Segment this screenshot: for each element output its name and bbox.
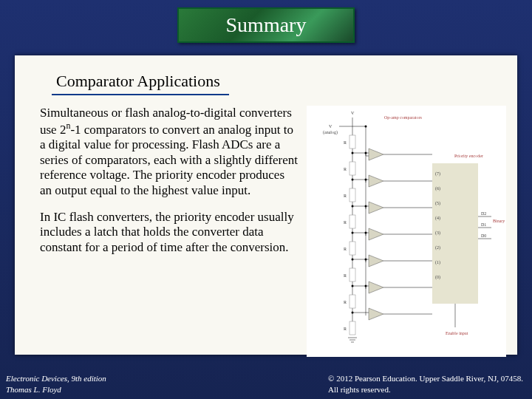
- svg-text:(3): (3): [435, 231, 440, 236]
- body-row: Simultaneous or flash analog-to-digital …: [30, 106, 510, 357]
- svg-text:(0): (0): [435, 275, 440, 280]
- title-text: Summary: [226, 13, 307, 37]
- svg-text:D1: D1: [481, 222, 486, 227]
- section-title-box: Comparator Applications: [52, 69, 229, 95]
- footer-left: Electronic Devices, 9th edition Thomas L…: [6, 373, 106, 395]
- svg-rect-12: [349, 162, 355, 175]
- svg-text:D2: D2: [481, 211, 486, 216]
- svg-text:(5): (5): [435, 201, 440, 206]
- svg-text:D0: D0: [481, 233, 486, 238]
- svg-point-33: [365, 205, 367, 208]
- svg-text:R: R: [344, 220, 347, 225]
- flash-adc-diagram: V V (analog) Op-amp comparators Priority…: [307, 106, 506, 357]
- svg-marker-18: [369, 175, 383, 187]
- footer-left-line2: Thomas L. Floyd: [6, 384, 106, 395]
- svg-text:(4): (4): [435, 216, 440, 221]
- svg-point-25: [365, 179, 367, 181]
- svg-rect-36: [349, 242, 355, 255]
- svg-text:(6): (6): [435, 186, 440, 191]
- svg-text:(2): (2): [435, 245, 440, 250]
- footer-left-line1: Electronic Devices, 9th edition: [6, 373, 106, 383]
- svg-text:R: R: [344, 167, 347, 171]
- svg-marker-34: [369, 228, 383, 240]
- svg-marker-10: [369, 149, 383, 160]
- svg-text:R: R: [344, 194, 347, 198]
- svg-text:Enable input: Enable input: [446, 331, 468, 335]
- svg-text:(1): (1): [435, 260, 440, 265]
- footer-right-line1: © 2012 Pearson Education. Upper Saddle R…: [328, 373, 523, 383]
- svg-text:R: R: [344, 300, 347, 304]
- content-area: Comparator Applications Simultaneous or …: [15, 55, 517, 355]
- paragraph-1: Simultaneous or flash analog-to-digital …: [40, 106, 299, 198]
- analog-label: (analog): [323, 130, 338, 135]
- svg-point-49: [365, 259, 367, 261]
- svg-point-41: [365, 232, 367, 234]
- svg-rect-60: [349, 321, 355, 335]
- encoder-label: Priority encoder: [454, 154, 483, 158]
- title-banner: Summary: [177, 7, 355, 43]
- svg-point-17: [365, 152, 367, 154]
- vin-label: V: [329, 124, 332, 129]
- svg-text:Binary output: Binary output: [493, 219, 506, 223]
- svg-rect-3: [349, 135, 355, 149]
- svg-marker-42: [369, 255, 383, 267]
- svg-point-57: [365, 285, 367, 287]
- svg-point-8: [365, 126, 367, 128]
- svg-text:R: R: [344, 327, 347, 331]
- svg-text:R: R: [344, 140, 347, 145]
- diagram-svg: V V (analog) Op-amp comparators Priority…: [307, 106, 506, 357]
- ladder: R R: [344, 126, 432, 343]
- svg-rect-20: [349, 188, 355, 202]
- svg-text:R: R: [344, 247, 347, 251]
- svg-text:(7): (7): [435, 171, 440, 177]
- text-column: Simultaneous or flash analog-to-digital …: [30, 106, 299, 357]
- svg-text:R: R: [344, 273, 347, 278]
- opamp-label: Op-amp comparators: [384, 115, 422, 120]
- footer-right-line2: All rights reserved.: [328, 384, 523, 395]
- p1-part-b: -1 comparators to convert an analog inpu…: [40, 123, 298, 197]
- footer-right: © 2012 Pearson Education. Upper Saddle R…: [328, 373, 523, 395]
- svg-rect-52: [349, 295, 355, 308]
- svg-marker-58: [369, 308, 383, 320]
- svg-marker-26: [369, 202, 383, 214]
- svg-rect-44: [349, 268, 355, 282]
- vref-label: V: [351, 111, 355, 115]
- section-title: Comparator Applications: [56, 72, 220, 90]
- svg-rect-28: [349, 215, 355, 228]
- paragraph-2: In IC flash converters, the priority enc…: [40, 210, 299, 255]
- svg-marker-50: [369, 282, 383, 293]
